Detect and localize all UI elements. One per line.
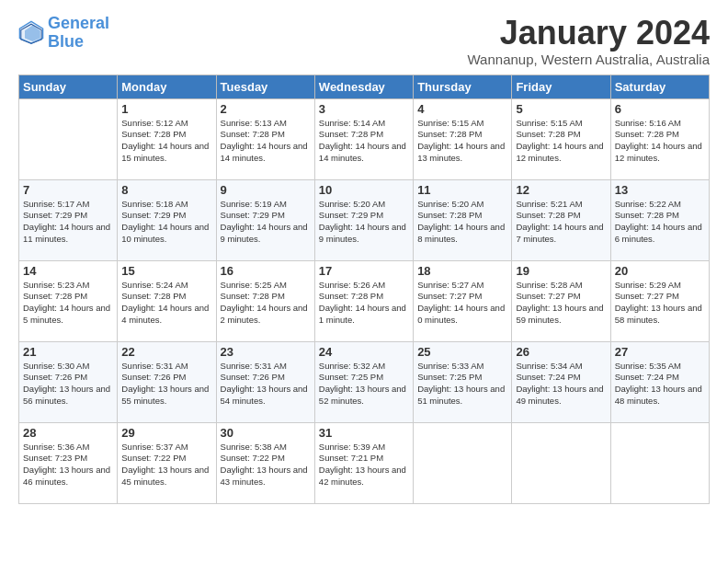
day-info: Sunrise: 5:21 AM Sunset: 7:28 PM Dayligh… <box>516 199 606 246</box>
day-info: Sunrise: 5:14 AM Sunset: 7:28 PM Dayligh… <box>319 118 409 165</box>
day-info: Sunrise: 5:24 AM Sunset: 7:28 PM Dayligh… <box>121 280 211 327</box>
calendar-cell: 19Sunrise: 5:28 AM Sunset: 7:27 PM Dayli… <box>512 260 610 341</box>
weekday-header-wednesday: Wednesday <box>314 75 413 98</box>
calendar-cell: 1Sunrise: 5:12 AM Sunset: 7:28 PM Daylig… <box>118 98 216 179</box>
day-number: 25 <box>417 345 507 359</box>
calendar-cell: 15Sunrise: 5:24 AM Sunset: 7:28 PM Dayli… <box>118 260 216 341</box>
calendar-cell <box>414 422 512 503</box>
day-info: Sunrise: 5:29 AM Sunset: 7:27 PM Dayligh… <box>615 280 705 327</box>
day-number: 19 <box>516 264 606 278</box>
weekday-header-monday: Monday <box>118 75 216 98</box>
day-number: 26 <box>516 345 606 359</box>
day-number: 21 <box>23 345 113 359</box>
day-number: 14 <box>23 264 113 278</box>
day-info: Sunrise: 5:22 AM Sunset: 7:28 PM Dayligh… <box>615 199 705 246</box>
calendar-cell: 10Sunrise: 5:20 AM Sunset: 7:29 PM Dayli… <box>314 179 413 260</box>
calendar-cell: 30Sunrise: 5:38 AM Sunset: 7:22 PM Dayli… <box>216 422 314 503</box>
day-info: Sunrise: 5:27 AM Sunset: 7:27 PM Dayligh… <box>417 280 507 327</box>
day-number: 16 <box>221 264 311 278</box>
day-info: Sunrise: 5:36 AM Sunset: 7:23 PM Dayligh… <box>23 442 113 488</box>
day-number: 5 <box>516 102 606 116</box>
day-number: 17 <box>319 264 409 278</box>
weekday-header-friday: Friday <box>512 75 610 98</box>
weekday-header-sunday: Sunday <box>19 75 118 98</box>
day-number: 8 <box>121 183 211 197</box>
calendar-cell: 17Sunrise: 5:26 AM Sunset: 7:28 PM Dayli… <box>314 260 413 341</box>
calendar-cell: 29Sunrise: 5:37 AM Sunset: 7:22 PM Dayli… <box>118 422 216 503</box>
header: General Blue January 2024 Wannanup, West… <box>18 15 710 67</box>
day-number: 13 <box>615 183 705 197</box>
calendar-cell: 25Sunrise: 5:33 AM Sunset: 7:25 PM Dayli… <box>414 341 512 422</box>
calendar-cell: 18Sunrise: 5:27 AM Sunset: 7:27 PM Dayli… <box>414 260 512 341</box>
calendar-cell: 22Sunrise: 5:31 AM Sunset: 7:26 PM Dayli… <box>118 341 216 422</box>
calendar-cell: 2Sunrise: 5:13 AM Sunset: 7:28 PM Daylig… <box>216 98 314 179</box>
day-info: Sunrise: 5:30 AM Sunset: 7:26 PM Dayligh… <box>23 361 113 408</box>
day-number: 3 <box>319 102 409 116</box>
day-number: 15 <box>121 264 211 278</box>
calendar-cell: 3Sunrise: 5:14 AM Sunset: 7:28 PM Daylig… <box>314 98 413 179</box>
logo-icon <box>18 20 44 46</box>
calendar-table: SundayMondayTuesdayWednesdayThursdayFrid… <box>18 75 710 504</box>
day-info: Sunrise: 5:16 AM Sunset: 7:28 PM Dayligh… <box>615 118 705 165</box>
day-number: 28 <box>23 426 113 440</box>
location-subtitle: Wannanup, Western Australia, Australia <box>468 52 710 67</box>
day-number: 18 <box>417 264 507 278</box>
day-number: 31 <box>319 426 409 440</box>
day-number: 1 <box>121 102 211 116</box>
logo-area: General Blue <box>18 15 109 52</box>
day-number: 29 <box>121 426 211 440</box>
calendar-cell: 20Sunrise: 5:29 AM Sunset: 7:27 PM Dayli… <box>610 260 709 341</box>
day-number: 2 <box>221 102 311 116</box>
day-number: 24 <box>319 345 409 359</box>
day-info: Sunrise: 5:39 AM Sunset: 7:21 PM Dayligh… <box>319 442 409 488</box>
day-number: 4 <box>417 102 507 116</box>
weekday-header-tuesday: Tuesday <box>216 75 314 98</box>
day-info: Sunrise: 5:38 AM Sunset: 7:22 PM Dayligh… <box>221 442 311 488</box>
calendar-cell <box>512 422 610 503</box>
day-info: Sunrise: 5:32 AM Sunset: 7:25 PM Dayligh… <box>319 361 409 408</box>
title-area: January 2024 Wannanup, Western Australia… <box>468 15 710 67</box>
day-info: Sunrise: 5:17 AM Sunset: 7:29 PM Dayligh… <box>23 199 113 246</box>
calendar-cell: 16Sunrise: 5:25 AM Sunset: 7:28 PM Dayli… <box>216 260 314 341</box>
calendar-cell: 28Sunrise: 5:36 AM Sunset: 7:23 PM Dayli… <box>19 422 118 503</box>
day-info: Sunrise: 5:20 AM Sunset: 7:29 PM Dayligh… <box>319 199 409 246</box>
calendar-cell: 26Sunrise: 5:34 AM Sunset: 7:24 PM Dayli… <box>512 341 610 422</box>
week-row-2: 7Sunrise: 5:17 AM Sunset: 7:29 PM Daylig… <box>19 179 710 260</box>
weekday-header-thursday: Thursday <box>414 75 512 98</box>
calendar-cell: 27Sunrise: 5:35 AM Sunset: 7:24 PM Dayli… <box>610 341 709 422</box>
calendar-cell <box>610 422 709 503</box>
week-row-1: 1Sunrise: 5:12 AM Sunset: 7:28 PM Daylig… <box>19 98 710 179</box>
day-info: Sunrise: 5:19 AM Sunset: 7:29 PM Dayligh… <box>221 199 311 246</box>
calendar-cell: 11Sunrise: 5:20 AM Sunset: 7:28 PM Dayli… <box>414 179 512 260</box>
day-number: 30 <box>221 426 311 440</box>
day-number: 12 <box>516 183 606 197</box>
day-info: Sunrise: 5:25 AM Sunset: 7:28 PM Dayligh… <box>221 280 311 327</box>
week-row-4: 21Sunrise: 5:30 AM Sunset: 7:26 PM Dayli… <box>19 341 710 422</box>
week-row-3: 14Sunrise: 5:23 AM Sunset: 7:28 PM Dayli… <box>19 260 710 341</box>
day-number: 23 <box>221 345 311 359</box>
calendar-cell: 24Sunrise: 5:32 AM Sunset: 7:25 PM Dayli… <box>314 341 413 422</box>
calendar-cell: 13Sunrise: 5:22 AM Sunset: 7:28 PM Dayli… <box>610 179 709 260</box>
day-number: 6 <box>615 102 705 116</box>
day-info: Sunrise: 5:31 AM Sunset: 7:26 PM Dayligh… <box>121 361 211 408</box>
calendar-cell: 14Sunrise: 5:23 AM Sunset: 7:28 PM Dayli… <box>19 260 118 341</box>
weekday-header-row: SundayMondayTuesdayWednesdayThursdayFrid… <box>19 75 710 98</box>
calendar-cell: 6Sunrise: 5:16 AM Sunset: 7:28 PM Daylig… <box>610 98 709 179</box>
calendar-cell: 31Sunrise: 5:39 AM Sunset: 7:21 PM Dayli… <box>314 422 413 503</box>
day-number: 10 <box>319 183 409 197</box>
day-info: Sunrise: 5:18 AM Sunset: 7:29 PM Dayligh… <box>121 199 211 246</box>
calendar-cell: 23Sunrise: 5:31 AM Sunset: 7:26 PM Dayli… <box>216 341 314 422</box>
day-info: Sunrise: 5:15 AM Sunset: 7:28 PM Dayligh… <box>516 118 606 165</box>
day-info: Sunrise: 5:31 AM Sunset: 7:26 PM Dayligh… <box>221 361 311 408</box>
day-info: Sunrise: 5:33 AM Sunset: 7:25 PM Dayligh… <box>417 361 507 408</box>
day-info: Sunrise: 5:13 AM Sunset: 7:28 PM Dayligh… <box>221 118 311 165</box>
calendar-cell: 21Sunrise: 5:30 AM Sunset: 7:26 PM Dayli… <box>19 341 118 422</box>
calendar-cell <box>19 98 118 179</box>
day-info: Sunrise: 5:12 AM Sunset: 7:28 PM Dayligh… <box>121 118 211 165</box>
calendar-cell: 12Sunrise: 5:21 AM Sunset: 7:28 PM Dayli… <box>512 179 610 260</box>
day-info: Sunrise: 5:28 AM Sunset: 7:27 PM Dayligh… <box>516 280 606 327</box>
week-row-5: 28Sunrise: 5:36 AM Sunset: 7:23 PM Dayli… <box>19 422 710 503</box>
day-info: Sunrise: 5:20 AM Sunset: 7:28 PM Dayligh… <box>417 199 507 246</box>
day-info: Sunrise: 5:35 AM Sunset: 7:24 PM Dayligh… <box>615 361 705 408</box>
day-number: 11 <box>417 183 507 197</box>
